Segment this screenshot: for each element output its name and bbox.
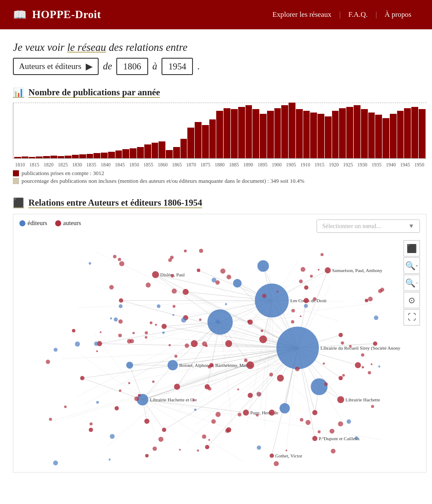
network-node-scatter[interactable] — [119, 304, 123, 308]
network-node[interactable] — [89, 428, 93, 432]
network-node[interactable] — [277, 375, 284, 382]
network-node-scatter[interactable] — [371, 363, 373, 365]
network-node[interactable] — [145, 454, 149, 457]
network-node-scatter[interactable] — [305, 420, 311, 425]
network-node-scatter[interactable] — [237, 388, 239, 391]
network-node-scatter[interactable] — [146, 282, 151, 288]
network-node[interactable] — [126, 362, 133, 369]
network-node-scatter[interactable] — [168, 344, 171, 346]
network-node[interactable] — [269, 410, 275, 416]
network-node-scatter[interactable] — [378, 366, 380, 368]
network-node-scatter[interactable] — [118, 334, 122, 338]
network-node-scatter[interactable] — [96, 350, 98, 352]
network-node-scatter[interactable] — [155, 324, 157, 326]
network-node[interactable] — [312, 436, 317, 441]
network-node-scatter[interactable] — [181, 317, 186, 322]
network-node-scatter[interactable] — [221, 269, 226, 274]
network-node[interactable] — [270, 454, 274, 458]
node-selector[interactable]: Sélectionner un nœud... ▼ — [317, 219, 420, 233]
network-node-scatter[interactable] — [172, 314, 174, 316]
network-node-scatter[interactable] — [362, 366, 364, 369]
network-node-scatter[interactable] — [199, 319, 202, 321]
network-node-scatter[interactable] — [211, 419, 216, 423]
year-to-input[interactable]: 1954 — [162, 58, 193, 75]
network-node[interactable] — [304, 285, 308, 290]
network-node-scatter[interactable] — [378, 289, 382, 293]
network-node-scatter[interactable] — [256, 414, 258, 416]
node-select-box[interactable]: Sélectionner un nœud... ▼ — [317, 219, 420, 233]
network-node-scatter[interactable] — [299, 279, 303, 283]
network-node[interactable] — [233, 279, 242, 288]
network-node-scatter[interactable] — [96, 401, 99, 404]
year-from-input[interactable]: 1806 — [116, 58, 148, 75]
network-node-scatter[interactable] — [329, 429, 334, 433]
network-node-scatter[interactable] — [247, 320, 250, 322]
network-node-scatter[interactable] — [304, 304, 308, 308]
network-node-scatter[interactable] — [269, 373, 273, 376]
network-node-scatter[interactable] — [338, 421, 343, 426]
network-node-scatter[interactable] — [300, 418, 303, 422]
network-node-scatter[interactable] — [215, 412, 221, 417]
network-node-scatter[interactable] — [171, 274, 174, 277]
network-node-scatter[interactable] — [134, 396, 139, 401]
network-node-scatter[interactable] — [324, 382, 328, 386]
nav-explore[interactable]: Explorer les réseaux — [264, 10, 339, 19]
network-node[interactable] — [197, 269, 200, 272]
network-node[interactable] — [280, 403, 290, 413]
network-node-scatter[interactable] — [368, 297, 373, 301]
network-node-scatter[interactable] — [89, 262, 91, 265]
network-node-scatter[interactable] — [46, 360, 50, 364]
network-node-scatter[interactable] — [118, 258, 121, 261]
network-node[interactable] — [312, 410, 317, 415]
network-node-scatter[interactable] — [113, 255, 116, 258]
network-graph[interactable]: Dislère, PaulLes Cours de DroitSamuelson… — [13, 214, 426, 472]
relation-type-select[interactable]: Auteurs et éditeurs ▶ — [13, 58, 99, 75]
network-node[interactable] — [80, 376, 84, 380]
network-node[interactable] — [119, 298, 123, 303]
network-node-scatter[interactable] — [286, 450, 287, 451]
network-node-scatter[interactable] — [371, 405, 374, 408]
network-node-scatter[interactable] — [132, 332, 134, 334]
network-node[interactable] — [115, 406, 119, 410]
network-node-scatter[interactable] — [194, 409, 196, 411]
network-node[interactable] — [162, 428, 166, 432]
network-node-scatter[interactable] — [157, 304, 160, 308]
network-node[interactable] — [205, 445, 209, 449]
network-node-scatter[interactable] — [64, 405, 67, 408]
network-node-scatter[interactable] — [349, 345, 351, 347]
network-node-scatter[interactable] — [54, 348, 58, 352]
network-node-scatter[interactable] — [291, 320, 295, 324]
network-node-scatter[interactable] — [99, 331, 101, 333]
network-node-scatter[interactable] — [225, 303, 227, 305]
network-node-scatter[interactable] — [211, 278, 216, 282]
network-node[interactable] — [183, 289, 189, 295]
network-node[interactable] — [276, 326, 319, 369]
network-node[interactable] — [255, 283, 289, 318]
network-node-scatter[interactable] — [75, 341, 80, 347]
network-node-scatter[interactable] — [145, 331, 148, 334]
network-node-scatter[interactable] — [109, 459, 111, 461]
network-node-scatter[interactable] — [262, 294, 267, 298]
network-node-scatter[interactable] — [199, 249, 203, 253]
zoom-fit-button[interactable]: ⛶ — [404, 309, 420, 326]
network-node-scatter[interactable] — [138, 394, 141, 397]
network-node-scatter[interactable] — [208, 387, 211, 391]
network-node-scatter[interactable] — [152, 380, 155, 383]
network-node-scatter[interactable] — [152, 447, 157, 451]
network-node[interactable] — [365, 299, 368, 302]
network-node-scatter[interactable] — [323, 363, 325, 365]
network-node-scatter[interactable] — [244, 359, 248, 362]
network-node-scatter[interactable] — [318, 430, 321, 433]
network-node-scatter[interactable] — [119, 389, 121, 392]
network-node-scatter[interactable] — [347, 419, 351, 424]
network-node-scatter[interactable] — [109, 285, 114, 290]
network-node-scatter[interactable] — [185, 343, 189, 347]
zoom-rectangle-button[interactable]: ⬛ — [404, 240, 420, 257]
zoom-reset-button[interactable]: ⊙ — [404, 292, 420, 308]
network-node-scatter[interactable] — [127, 339, 131, 343]
network-node[interactable] — [311, 378, 328, 395]
network-node[interactable] — [225, 340, 232, 347]
network-node-scatter[interactable] — [193, 399, 195, 401]
network-node-scatter[interactable] — [277, 291, 278, 292]
network-node[interactable] — [257, 260, 269, 272]
